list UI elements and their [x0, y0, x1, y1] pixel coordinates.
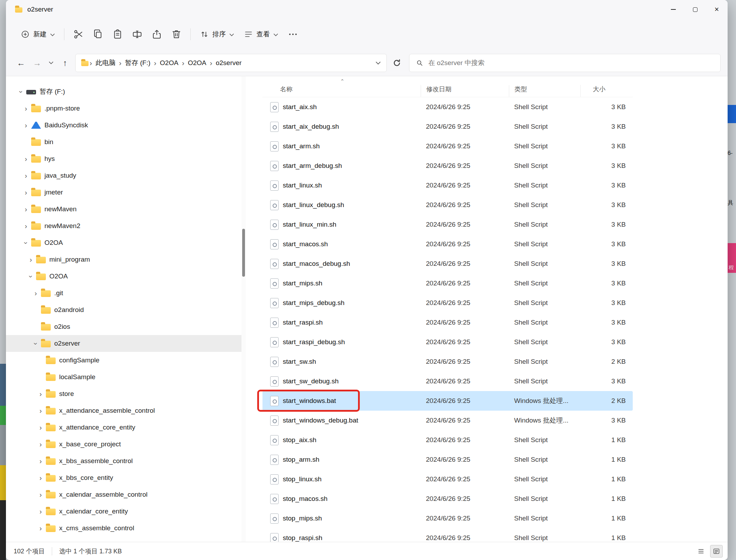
file-row-start_windows_debug.bat[interactable]: start_windows_debug.bat2024/6/26 9:25Win…: [262, 411, 633, 430]
sidebar-item-x_calendar_assemble_control[interactable]: ›x_calendar_assemble_control: [6, 486, 241, 503]
view-button[interactable]: 查看: [239, 26, 283, 42]
sidebar-item-x_cms_assemble_control[interactable]: ›x_cms_assemble_control: [6, 520, 241, 537]
sidebar-item-x_base_core_project[interactable]: ›x_base_core_project: [6, 436, 241, 453]
tree-chevron-icon[interactable]: ›: [21, 189, 31, 197]
close-button[interactable]: ×: [706, 0, 728, 19]
file-row-stop_macos.sh[interactable]: stop_macos.sh2024/6/26 9:25Shell Script1…: [262, 489, 633, 509]
more-options-button[interactable]: [283, 26, 303, 43]
sidebar-item-.pnpm-store[interactable]: ›.pnpm-store: [6, 100, 241, 117]
sidebar-item-newMaven2[interactable]: ›newMaven2: [6, 218, 241, 234]
sidebar-item-o2android[interactable]: o2android: [6, 302, 241, 318]
list-view-button[interactable]: [695, 545, 707, 558]
file-row-start_raspi_debug.sh[interactable]: start_raspi_debug.sh2024/6/26 9:25Shell …: [262, 332, 633, 352]
file-row-start_macos.sh[interactable]: start_macos.sh2024/6/26 9:25Shell Script…: [262, 234, 633, 254]
file-row-stop_arm.sh[interactable]: stop_arm.sh2024/6/26 9:25Shell Script1 K…: [262, 450, 633, 469]
search-box[interactable]: [409, 54, 721, 72]
tree-chevron-icon[interactable]: ›: [21, 155, 31, 163]
file-row-start_sw_debug.sh[interactable]: start_sw_debug.sh2024/6/26 9:25Shell Scr…: [262, 371, 633, 391]
sidebar-scrollbar[interactable]: [241, 76, 246, 542]
sort-button[interactable]: 排序: [195, 26, 239, 42]
new-button[interactable]: 新建: [16, 26, 60, 42]
file-row-stop_mips.sh[interactable]: stop_mips.sh2024/6/26 9:25Shell Script1 …: [262, 509, 633, 528]
sidebar-item-x_calendar_core_entity[interactable]: ›x_calendar_core_entity: [6, 503, 241, 520]
tree-chevron-icon[interactable]: ›: [30, 289, 41, 297]
file-row-start_arm.sh[interactable]: start_arm.sh2024/6/26 9:25Shell Script3 …: [262, 136, 633, 156]
cut-button[interactable]: [69, 26, 88, 43]
sidebar-item-store[interactable]: ›store: [6, 385, 241, 402]
address-dropdown-button[interactable]: [376, 61, 381, 65]
file-row-stop_aix.sh[interactable]: stop_aix.sh2024/6/26 9:25Shell Script1 K…: [262, 430, 633, 450]
column-header-date-modified[interactable]: 修改日期: [421, 85, 509, 97]
details-view-button[interactable]: [710, 545, 723, 558]
tree-chevron-icon[interactable]: ›: [21, 205, 31, 213]
sidebar-item-x_attendance_assemble_control[interactable]: ›x_attendance_assemble_control: [6, 402, 241, 419]
minimize-button[interactable]: [663, 0, 684, 19]
tree-chevron-icon[interactable]: ›: [21, 222, 31, 230]
sidebar-item-java_study[interactable]: ›java_study: [6, 167, 241, 184]
search-input[interactable]: [428, 59, 714, 67]
sidebar-item-O2OA[interactable]: ›O2OA: [6, 268, 241, 285]
file-row-start_raspi.sh[interactable]: start_raspi.sh2024/6/26 9:25Shell Script…: [262, 313, 633, 332]
sidebar-item-hys[interactable]: ›hys: [6, 150, 241, 167]
sidebar-item-newMaven[interactable]: ›newMaven: [6, 201, 241, 218]
tree-chevron-icon[interactable]: ›: [35, 407, 46, 415]
column-header-type[interactable]: 类型: [509, 85, 580, 97]
column-header-name[interactable]: 名称: [262, 85, 421, 97]
tree-chevron-icon[interactable]: ›: [21, 105, 31, 113]
breadcrumb-item-O2OA[interactable]: O2OA: [185, 58, 209, 68]
copy-button[interactable]: [88, 26, 108, 43]
tree-chevron-icon[interactable]: ›: [17, 86, 25, 97]
file-row-stop_linux.sh[interactable]: stop_linux.sh2024/6/26 9:25Shell Script1…: [262, 469, 633, 489]
file-row-start_aix.sh[interactable]: start_aix.sh2024/6/26 9:25Shell Script3 …: [262, 97, 633, 117]
column-header-size[interactable]: 大小: [580, 85, 633, 97]
tree-chevron-icon[interactable]: ›: [35, 424, 46, 432]
tree-chevron-icon[interactable]: ›: [32, 338, 40, 349]
tree-chevron-icon[interactable]: ›: [35, 524, 46, 532]
breadcrumb-item-此电脑[interactable]: 此电脑: [93, 57, 118, 69]
breadcrumb-item-暂存 (F:)[interactable]: 暂存 (F:): [122, 57, 153, 69]
delete-button[interactable]: [167, 26, 186, 43]
sidebar-item-configSample[interactable]: configSample: [6, 352, 241, 369]
file-row-start_macos_debug.sh[interactable]: start_macos_debug.sh2024/6/26 9:25Shell …: [262, 254, 633, 274]
tree-chevron-icon[interactable]: ›: [35, 457, 46, 465]
paste-button[interactable]: [108, 26, 127, 43]
sidebar-item-o2ios[interactable]: o2ios: [6, 318, 241, 335]
sidebar-item-jmeter[interactable]: ›jmeter: [6, 184, 241, 201]
file-row-start_arm_debug.sh[interactable]: start_arm_debug.sh2024/6/26 9:25Shell Sc…: [262, 156, 633, 176]
sidebar-item-localSample[interactable]: localSample: [6, 369, 241, 385]
file-row-start_windows.bat[interactable]: start_windows.bat2024/6/26 9:25Windows 批…: [262, 391, 633, 411]
sidebar-item-暂存 (F:)[interactable]: ›暂存 (F:): [6, 83, 241, 100]
tree-chevron-icon[interactable]: ›: [35, 508, 46, 516]
tree-chevron-icon[interactable]: ›: [21, 121, 31, 129]
file-row-start_linux.sh[interactable]: start_linux.sh2024/6/26 9:25Shell Script…: [262, 176, 633, 195]
sidebar-item-bin[interactable]: bin: [6, 134, 241, 150]
tree-chevron-icon[interactable]: ›: [27, 271, 35, 282]
tree-chevron-icon[interactable]: ›: [21, 172, 31, 180]
breadcrumb-item-o2server[interactable]: o2server: [213, 58, 244, 68]
title-bar[interactable]: o2server ×: [6, 0, 728, 19]
file-row-start_sw.sh[interactable]: start_sw.sh2024/6/26 9:25Shell Script2 K…: [262, 352, 633, 371]
tree-chevron-icon[interactable]: ›: [35, 491, 46, 499]
file-row-start_linux_debug.sh[interactable]: start_linux_debug.sh2024/6/26 9:25Shell …: [262, 195, 633, 215]
tree-chevron-icon[interactable]: ›: [26, 256, 36, 264]
breadcrumb-item-O2OA[interactable]: O2OA: [157, 58, 181, 68]
address-bar[interactable]: › 此电脑›暂存 (F:)›O2OA›O2OA›o2server: [75, 54, 387, 72]
sidebar-item-x_bbs_assemble_control[interactable]: ›x_bbs_assemble_control: [6, 453, 241, 469]
sidebar-item-mini_program[interactable]: ›mini_program: [6, 251, 241, 268]
tree-chevron-icon[interactable]: ›: [22, 238, 30, 248]
share-button[interactable]: [147, 26, 167, 43]
refresh-button[interactable]: [389, 55, 405, 71]
rename-button[interactable]: [127, 26, 147, 43]
tree-chevron-icon[interactable]: ›: [35, 440, 46, 448]
file-row-start_mips.sh[interactable]: start_mips.sh2024/6/26 9:25Shell Script3…: [262, 274, 633, 293]
file-row-start_aix_debug.sh[interactable]: start_aix_debug.sh2024/6/26 9:25Shell Sc…: [262, 117, 633, 136]
sidebar-item-x_bbs_core_entity[interactable]: ›x_bbs_core_entity: [6, 469, 241, 486]
file-row-start_linux_min.sh[interactable]: start_linux_min.sh2024/6/26 9:25Shell Sc…: [262, 215, 633, 234]
forward-button[interactable]: →: [29, 55, 45, 71]
sidebar-item-o2server[interactable]: ›o2server: [6, 335, 241, 352]
back-button[interactable]: ←: [13, 55, 29, 71]
sidebar-item-BaiduSyncdisk[interactable]: ›BaiduSyncdisk: [6, 117, 241, 134]
tree-chevron-icon[interactable]: ›: [35, 474, 46, 482]
scrollbar-thumb[interactable]: [242, 229, 245, 277]
sidebar-item-O2OA[interactable]: ›O2OA: [6, 234, 241, 251]
